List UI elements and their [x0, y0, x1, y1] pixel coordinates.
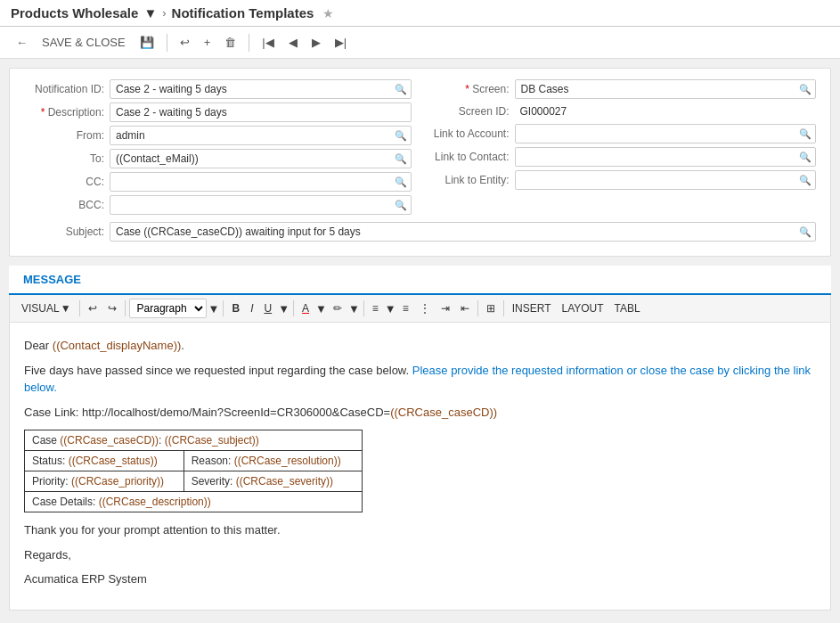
delete-icon: 🗑: [224, 36, 236, 49]
bcc-search-btn[interactable]: 🔍: [391, 198, 411, 213]
table-insert-btn[interactable]: ⊞: [482, 299, 500, 317]
back-icon: ←: [16, 36, 28, 49]
undo-editor-icon: ↩: [88, 302, 97, 315]
table-cell-reason: Reason: ((CRCase_resolution)): [183, 451, 362, 471]
link-account-input[interactable]: [516, 125, 796, 143]
screen-input[interactable]: [516, 80, 796, 98]
to-input[interactable]: [110, 150, 391, 168]
subject-search-btn[interactable]: 🔍: [795, 225, 815, 240]
link-contact-input-wrap: 🔍: [515, 147, 817, 167]
closing-text2: Regards,: [24, 548, 71, 562]
breadcrumb-page: Notification Templates: [172, 5, 314, 20]
to-search-btn[interactable]: 🔍: [391, 152, 411, 167]
table-cell-case: Case ((CRCase_caseCD)): ((CRCase_subject…: [25, 430, 363, 451]
from-search-btn[interactable]: 🔍: [391, 128, 411, 143]
undo-editor-btn[interactable]: ↩: [84, 299, 102, 317]
font-color-icon: A: [302, 302, 309, 315]
notification-id-search-btn[interactable]: 🔍: [391, 82, 411, 97]
form-grid: Notification ID: 🔍 Description: From: 🔍: [24, 79, 816, 218]
case-cd-var: ((CRCase_caseCD)): [60, 434, 159, 447]
description-input[interactable]: [110, 103, 411, 121]
case-subject-var: ((CRCase_subject)): [165, 434, 259, 447]
link-contact-search-btn[interactable]: 🔍: [795, 150, 815, 165]
save-close-button[interactable]: SAVE & CLOSE: [37, 32, 131, 53]
table-cell-severity: Severity: ((CRCase_severity)): [183, 471, 362, 492]
bcc-label: BCC:: [24, 199, 104, 211]
outdent-btn[interactable]: ⇤: [456, 299, 474, 317]
last-icon: ▶|: [335, 36, 347, 49]
form-right-col: Screen: 🔍 Screen ID: GI000027 Link to Ac…: [429, 79, 817, 218]
app-dropdown-btn[interactable]: ▼: [143, 5, 157, 20]
link-contact-input[interactable]: [516, 148, 796, 166]
last-record-button[interactable]: ▶|: [330, 32, 352, 53]
message-area[interactable]: Dear ((Contact_displayName)). Five days …: [9, 323, 831, 611]
link-entity-input[interactable]: [516, 171, 796, 189]
italic-btn[interactable]: I: [246, 299, 257, 317]
visual-dropdown-btn[interactable]: VISUAL ▼: [17, 299, 76, 317]
screen-id-row: Screen ID: GI000027: [429, 102, 817, 120]
bold-btn[interactable]: B: [227, 299, 244, 317]
toolbar: ← SAVE & CLOSE 💾 ↩ + 🗑 |◀ ◀ ▶ ▶|: [0, 27, 840, 59]
notification-id-input-wrap: 🔍: [110, 79, 412, 99]
delete-button[interactable]: 🗑: [219, 32, 241, 53]
next-record-button[interactable]: ▶: [306, 32, 326, 53]
back-button[interactable]: ←: [11, 32, 33, 53]
cc-input-wrap: 🔍: [110, 172, 412, 192]
bcc-input-wrap: 🔍: [110, 195, 412, 215]
paragraph-dropdown[interactable]: Paragraph Heading 1 Heading 2: [129, 299, 207, 318]
first-icon: |◀: [262, 36, 273, 49]
undo-button[interactable]: ↩: [175, 32, 195, 53]
et-sep-5: [363, 300, 364, 316]
from-row: From: 🔍: [24, 126, 412, 145]
indent-btn[interactable]: ⇥: [436, 299, 454, 317]
screen-search-btn[interactable]: 🔍: [795, 82, 815, 97]
save-close-label: SAVE & CLOSE: [42, 36, 126, 49]
layout-menu-btn[interactable]: LAYOUT: [557, 299, 608, 317]
link-entity-search-btn[interactable]: 🔍: [795, 173, 815, 188]
case-link-var: ((CRCase_caseCD)): [390, 406, 497, 419]
font-color-btn[interactable]: A: [298, 299, 314, 317]
first-record-button[interactable]: |◀: [257, 32, 279, 53]
subject-input[interactable]: [110, 223, 795, 241]
status-label: Status:: [32, 455, 69, 467]
highlight-btn[interactable]: ✏: [329, 299, 347, 317]
table-row-3: Priority: ((CRCase_priority)) Severity: …: [25, 471, 363, 492]
notification-id-input[interactable]: [110, 80, 391, 98]
editor-toolbar: VISUAL ▼ ↩ ↪ Paragraph Heading 1 Heading…: [9, 295, 831, 323]
link-entity-label: Link to Entity:: [429, 174, 510, 186]
favorite-star-icon[interactable]: ★: [322, 6, 334, 20]
bcc-input[interactable]: [110, 196, 391, 214]
bullet-list-btn[interactable]: ⋮: [415, 299, 435, 317]
form-left-col: Notification ID: 🔍 Description: From: 🔍: [24, 79, 412, 218]
prev-icon: ◀: [289, 36, 298, 49]
case-colon: :: [159, 434, 165, 447]
table-cell-priority: Priority: ((CRCase_priority)): [25, 471, 184, 492]
align-btn[interactable]: ≡: [368, 299, 383, 317]
case-label: Case: [32, 434, 60, 447]
tab-message[interactable]: MESSAGE: [9, 266, 95, 295]
link-account-search-btn[interactable]: 🔍: [795, 127, 815, 142]
description-label: Description:: [24, 106, 104, 119]
redo-editor-btn[interactable]: ↪: [103, 299, 121, 317]
link-entity-input-wrap: 🔍: [515, 170, 817, 190]
insert-menu-btn[interactable]: INSERT: [508, 299, 556, 317]
align-chevron-icon: ▼: [385, 302, 396, 316]
et-sep-6: [477, 300, 478, 316]
prev-record-button[interactable]: ◀: [283, 32, 303, 53]
cc-input[interactable]: [110, 173, 391, 191]
underline-btn[interactable]: U: [259, 299, 276, 317]
paragraph-chevron-icon: ▼: [208, 302, 220, 316]
et-sep-2: [125, 300, 126, 316]
subject-row: Subject: 🔍: [24, 222, 816, 242]
body-line1: Five days have passed since we requested…: [24, 362, 816, 397]
save-icon-button[interactable]: 💾: [135, 32, 159, 53]
table-row-4: Case Details: ((CRCase_description)): [25, 492, 363, 512]
layout-label: LAYOUT: [561, 302, 603, 315]
from-input[interactable]: [110, 127, 391, 144]
visual-label: VISUAL: [21, 302, 60, 315]
table-menu-btn[interactable]: TABL: [610, 299, 645, 317]
et-sep-4: [293, 300, 294, 316]
cc-search-btn[interactable]: 🔍: [391, 175, 411, 190]
numbered-list-btn[interactable]: ≡: [398, 299, 413, 317]
add-button[interactable]: +: [199, 32, 216, 53]
